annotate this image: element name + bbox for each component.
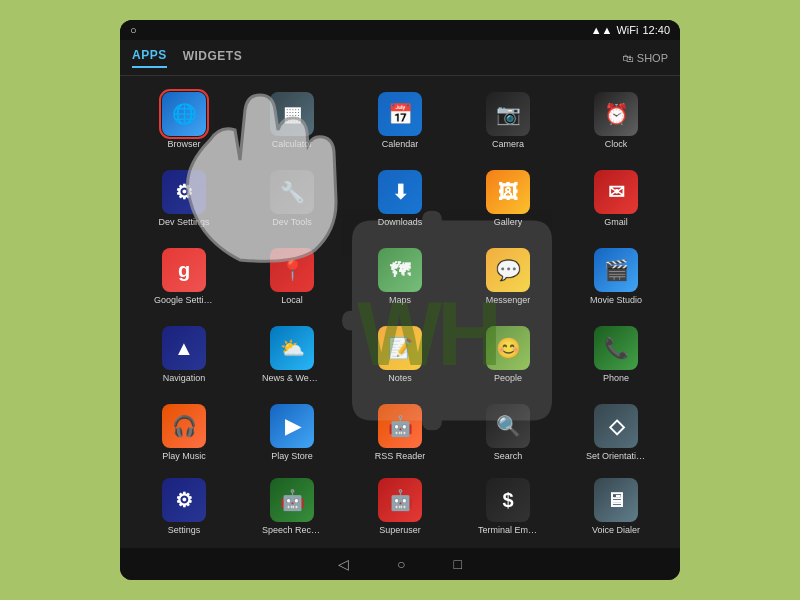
wifi-icon: WiFi (616, 24, 638, 36)
messages-label: Messenger (486, 295, 531, 306)
shop-button[interactable]: 🛍 SHOP (622, 52, 668, 64)
googlesettings-label: Google Settings (154, 295, 214, 306)
gmail-icon: ✉ (594, 170, 638, 214)
app-item-search[interactable]: 🔍Search (456, 396, 560, 470)
downloads-icon: ⬇ (378, 170, 422, 214)
app-item-superuser[interactable]: 🤖Superuser (348, 474, 452, 540)
notes-icon: 📝 (378, 326, 422, 370)
app-item-local[interactable]: 📍Local (240, 240, 344, 314)
app-item-calculator[interactable]: ▦Calculator (240, 84, 344, 158)
googlesettings-icon: g (162, 248, 206, 292)
recent-button[interactable]: □ (454, 556, 462, 572)
app-item-moviestudio[interactable]: 🎬Movie Studio (564, 240, 668, 314)
status-right: ▲▲ WiFi 12:40 (591, 24, 670, 36)
notification-icon: ○ (130, 24, 137, 36)
app-item-setorientation[interactable]: ◇Set Orientation (564, 396, 668, 470)
calendar-icon: 📅 (378, 92, 422, 136)
rssreader-icon: 🤖 (378, 404, 422, 448)
playmusic-icon: 🎧 (162, 404, 206, 448)
back-button[interactable]: ◁ (338, 556, 349, 572)
rssreader-label: RSS Reader (375, 451, 426, 462)
newsweather-icon: ⛅ (270, 326, 314, 370)
app-item-playstore[interactable]: ▶Play Store (240, 396, 344, 470)
nav-bar: ◁ ○ □ (120, 548, 680, 580)
camera-label: Camera (492, 139, 524, 150)
calendar-label: Calendar (382, 139, 419, 150)
voicedialer-icon: 🖥 (594, 478, 638, 522)
tab-widgets[interactable]: WIDGETS (183, 49, 243, 67)
calculator-label: Calculator (272, 139, 313, 150)
app-item-speechrecorder[interactable]: 🤖Speech Recorder (240, 474, 344, 540)
devsettings-icon: ⚙ (162, 170, 206, 214)
settings-label: Settings (168, 525, 201, 536)
app-header: APPS WIDGETS 🛍 SHOP (120, 40, 680, 76)
maps-icon: 🗺 (378, 248, 422, 292)
voicedialer-label: Voice Dialer (592, 525, 640, 536)
app-item-people[interactable]: 😊People (456, 318, 560, 392)
camera-icon: 📷 (486, 92, 530, 136)
speechrecorder-label: Speech Recorder (262, 525, 322, 536)
browser-label: Browser (167, 139, 200, 150)
status-bar: ○ ▲▲ WiFi 12:40 (120, 20, 680, 40)
app-item-rssreader[interactable]: 🤖RSS Reader (348, 396, 452, 470)
app-item-navigation[interactable]: ▲Navigation (132, 318, 236, 392)
app-item-terminalemulator[interactable]: $Terminal Emulator (456, 474, 560, 540)
app-item-playmusic[interactable]: 🎧Play Music (132, 396, 236, 470)
terminalemulator-label: Terminal Emulator (478, 525, 538, 536)
clock-icon: ⏰ (594, 92, 638, 136)
playstore-label: Play Store (271, 451, 313, 462)
app-item-camera[interactable]: 📷Camera (456, 84, 560, 158)
shop-icon: 🛍 (622, 52, 633, 64)
app-item-clock[interactable]: ⏰Clock (564, 84, 668, 158)
navigation-label: Navigation (163, 373, 206, 384)
status-left: ○ (130, 24, 137, 36)
search-label: Search (494, 451, 523, 462)
app-item-phone[interactable]: 📞Phone (564, 318, 668, 392)
devtools-label: Dev Tools (272, 217, 311, 228)
calculator-icon: ▦ (270, 92, 314, 136)
people-label: People (494, 373, 522, 384)
shop-label: SHOP (637, 52, 668, 64)
notes-label: Notes (388, 373, 412, 384)
gmail-label: Gmail (604, 217, 628, 228)
phone-label: Phone (603, 373, 629, 384)
app-item-downloads[interactable]: ⬇Downloads (348, 162, 452, 236)
app-item-newsweather[interactable]: ⛅News & Weather (240, 318, 344, 392)
people-icon: 😊 (486, 326, 530, 370)
app-item-googlesettings[interactable]: gGoogle Settings (132, 240, 236, 314)
app-item-notes[interactable]: 📝Notes (348, 318, 452, 392)
setorientation-label: Set Orientation (586, 451, 646, 462)
android-device: ○ ▲▲ WiFi 12:40 APPS WIDGETS 🛍 SHOP 🌐Bro… (120, 20, 680, 580)
devtools-icon: 🔧 (270, 170, 314, 214)
downloads-label: Downloads (378, 217, 423, 228)
app-item-settings[interactable]: ⚙Settings (132, 474, 236, 540)
app-item-calendar[interactable]: 📅Calendar (348, 84, 452, 158)
superuser-icon: 🤖 (378, 478, 422, 522)
setorientation-icon: ◇ (594, 404, 638, 448)
clock-label: Clock (605, 139, 628, 150)
app-item-browser[interactable]: 🌐Browser (132, 84, 236, 158)
clock-display: 12:40 (642, 24, 670, 36)
local-label: Local (281, 295, 303, 306)
newsweather-label: News & Weather (262, 373, 322, 384)
search-icon: 🔍 (486, 404, 530, 448)
home-button[interactable]: ○ (397, 556, 405, 572)
terminalemulator-icon: $ (486, 478, 530, 522)
app-item-maps[interactable]: 🗺Maps (348, 240, 452, 314)
signal-icon: ▲▲ (591, 24, 613, 36)
playstore-icon: ▶ (270, 404, 314, 448)
app-item-messages[interactable]: 💬Messenger (456, 240, 560, 314)
app-item-gmail[interactable]: ✉Gmail (564, 162, 668, 236)
app-item-devtools[interactable]: 🔧Dev Tools (240, 162, 344, 236)
messages-icon: 💬 (486, 248, 530, 292)
app-item-voicedialer[interactable]: 🖥Voice Dialer (564, 474, 668, 540)
app-item-gallery[interactable]: 🖼Gallery (456, 162, 560, 236)
local-icon: 📍 (270, 248, 314, 292)
playmusic-label: Play Music (162, 451, 206, 462)
navigation-icon: ▲ (162, 326, 206, 370)
moviestudio-icon: 🎬 (594, 248, 638, 292)
tab-apps[interactable]: APPS (132, 48, 167, 68)
gallery-label: Gallery (494, 217, 523, 228)
app-item-devsettings[interactable]: ⚙Dev Settings (132, 162, 236, 236)
phone-icon: 📞 (594, 326, 638, 370)
